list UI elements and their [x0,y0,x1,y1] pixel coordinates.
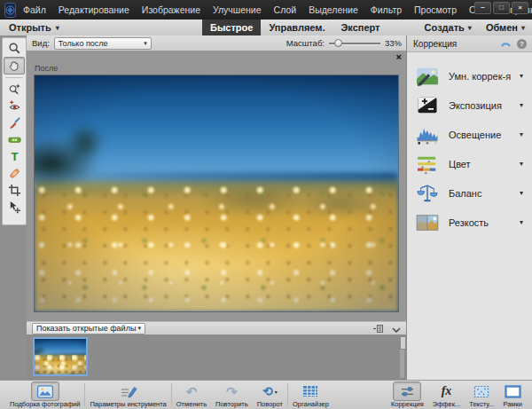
lighting-icon [414,124,441,146]
tool-options-icon [120,382,137,400]
adjustment-sharpness[interactable]: Резкость ▾ [407,208,532,237]
photo-art [35,75,398,311]
share-button[interactable]: Обмен ▾ [486,22,525,33]
adjustment-balance[interactable]: Баланс ▾ [407,178,532,208]
type-tool-icon[interactable]: T [4,148,24,165]
chevron-down-icon[interactable]: ▾ [520,218,523,226]
photoshop-elements-window: Файл Редактирование Изображение Улучшени… [0,0,532,409]
hand-tool-icon[interactable] [4,57,25,75]
titlebar: Файл Редактирование Изображение Улучшени… [0,0,532,20]
menu-layer[interactable]: Слой [274,4,297,15]
bin-filter-dropdown[interactable]: Показать открытые файлы ▾ [32,323,145,334]
create-button[interactable]: Создать ▾ [425,22,472,33]
sharpness-icon [414,212,441,233]
taskbar-label: Подборка фотографий [10,400,80,408]
view-dropdown[interactable]: Только после ▾ [54,37,152,50]
svg-text:T: T [11,150,18,163]
help-icon[interactable]: ? [517,39,527,49]
menu-filter[interactable]: Фильтр [371,4,402,15]
whiten-brush-tool-icon[interactable] [4,114,24,131]
menubar: Файл Редактирование Изображение Улучшени… [23,4,532,15]
effects-button[interactable]: fx Эффек... [428,381,465,409]
tool-options-button[interactable]: Параметры инструмента [85,381,170,409]
chevron-down-icon[interactable]: ▾ [520,160,523,168]
share-label: Обмен [486,22,518,33]
photo-bin-button[interactable]: Подборка фотографий [5,381,84,409]
frames-icon [505,382,521,400]
zoom-label: Масштаб: [286,38,325,48]
menu-edit[interactable]: Редактирование [59,4,129,15]
taskbar-label: Рамки [503,400,522,408]
photo-bin-bar: Показать открытые файлы ▾ [27,321,406,335]
menu-enhance[interactable]: Улучшение [213,4,262,15]
straighten-tool-icon[interactable] [4,131,24,148]
frames-button[interactable]: Рамки [498,381,527,409]
organizer-icon [302,382,318,400]
chevron-down-icon[interactable]: ▾ [520,72,523,80]
quick-selection-tool-icon[interactable] [4,81,24,98]
adjustments-panel-header: Коррекция ? [407,35,532,52]
mode-tabs: Быстрое Управляем. Эксперт [202,20,388,35]
move-tool-icon[interactable] [4,199,24,216]
open-button[interactable]: Открыть ▾ [9,22,59,33]
zoom-slider-knob[interactable] [334,39,342,47]
photo-thumbnail[interactable] [33,337,88,376]
rotate-button[interactable]: ⟲▾ Поворот [253,381,287,409]
redo-button[interactable]: ↷ Повторить [211,381,253,409]
zoom-tool-icon[interactable] [4,40,24,57]
menu-view[interactable]: Просмотр [414,4,457,15]
adjustment-exposure[interactable]: Экспозиция ▾ [407,90,532,120]
tab-guided[interactable]: Управляем. [261,20,332,35]
balance-icon [414,183,441,204]
close-button[interactable]: × [512,2,528,14]
photo-bin [27,334,406,380]
adjustment-label: Экспозиция [449,100,502,111]
tab-expert[interactable]: Эксперт [332,20,387,35]
zoom-slider[interactable] [329,39,380,47]
app-logo-icon [4,3,16,18]
tab-quick[interactable]: Быстрое [202,20,261,35]
chevron-down-icon[interactable]: ▾ [520,101,523,109]
taskbar-label: Эффек... [433,400,460,408]
crop-tool-icon[interactable] [4,182,24,199]
maximize-button[interactable]: □ [493,2,510,14]
redo-icon: ↷ [226,385,238,398]
view-label: Вид: [32,38,50,48]
taskbar: Подборка фотографий Параметры инструмент… [0,380,532,409]
canvas-area: × После [27,51,406,321]
bin-scrollbar-thumb[interactable] [400,336,406,350]
textures-button[interactable]: Тексту... [465,381,498,409]
smart-fix-icon [414,66,441,87]
red-eye-tool-icon[interactable] [4,98,24,114]
menu-image[interactable]: Изображение [142,4,200,15]
adjustment-lighting[interactable]: Освещение ▾ [407,120,532,149]
view-options-bar: Вид: Только после ▾ Масштаб: 33% [27,35,406,51]
taskbar-label: Органайзер [293,400,329,408]
adjustment-label: Цвет [449,159,471,169]
taskbar-label: Отменить [176,400,207,408]
action-bar: Открыть ▾ Быстрое Управляем. Эксперт Соз… [0,20,532,36]
spot-healing-tool-icon[interactable] [4,165,24,182]
undo-icon: ↶ [186,385,198,398]
bin-scrollbar[interactable] [399,335,405,379]
photo-document[interactable] [34,75,399,312]
minimize-button[interactable]: − [474,2,491,14]
taskbar-label: Тексту... [469,400,494,408]
adjustment-label: Резкость [449,217,489,228]
adjustment-smart-fix[interactable]: Умн. коррек-я ▾ [407,61,532,90]
chevron-down-icon[interactable]: ▾ [520,189,523,197]
zoom-value: 33% [385,38,402,48]
chevron-down-icon[interactable]: ▾ [520,130,523,138]
taskbar-label: Коррекция [391,400,424,408]
organizer-button[interactable]: Органайзер [288,381,333,409]
undo-button[interactable]: ↶ Отменить [172,381,211,409]
adjustments-button[interactable]: Коррекция [387,381,428,409]
menu-select[interactable]: Выделение [309,4,358,15]
menu-file[interactable]: Файл [23,4,46,15]
adjustment-label: Освещение [449,130,501,140]
close-image-icon[interactable]: × [396,52,402,62]
reset-icon[interactable] [500,39,512,49]
view-dropdown-value: Только после [59,39,108,48]
color-icon [414,153,441,175]
adjustment-color[interactable]: Цвет ▾ [407,149,532,178]
